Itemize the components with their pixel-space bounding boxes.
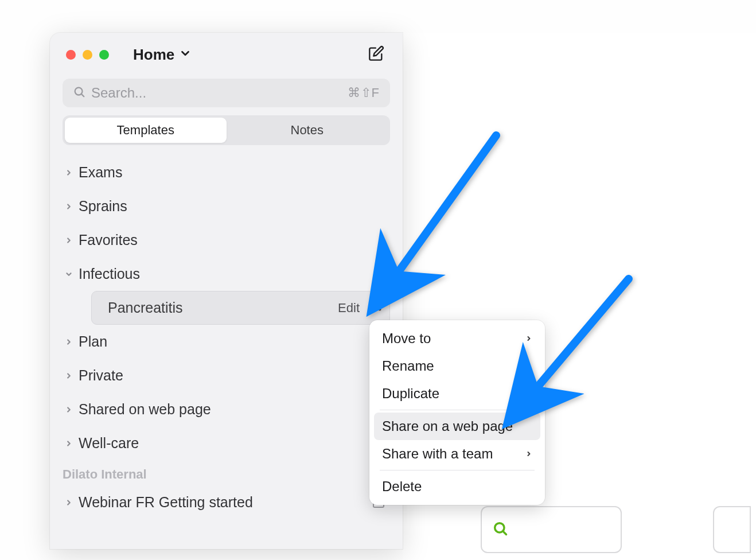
menu-item-label: Share on a web page <box>382 418 513 434</box>
chevron-right-icon <box>525 446 532 462</box>
tree-item-label: Private <box>79 367 123 384</box>
tree-item-sprains[interactable]: Sprains <box>63 189 390 223</box>
tab-bar: Templates Notes <box>63 115 390 145</box>
minimize-window-button[interactable] <box>83 50 92 60</box>
tree-item-label: Well-care <box>79 435 139 452</box>
search-bar[interactable]: ⌘⇧F <box>63 79 390 107</box>
chevron-right-icon <box>63 203 75 211</box>
menu-item-label: Duplicate <box>382 386 439 402</box>
tree-item-favorites[interactable]: Favorites <box>63 223 390 257</box>
chevron-right-icon <box>63 499 75 507</box>
title-dropdown[interactable]: Home <box>133 46 192 64</box>
edit-button[interactable]: Edit <box>338 301 360 316</box>
search-icon <box>73 85 85 100</box>
chevron-right-icon <box>63 406 75 414</box>
tree-item-private[interactable]: Private <box>63 359 390 392</box>
tree-item-shared-on-web[interactable]: Shared on web page <box>63 392 390 426</box>
search-shortcut: ⌘⇧F <box>348 85 380 100</box>
tree-item-label: Infectious <box>79 266 140 282</box>
maximize-window-button[interactable] <box>99 50 109 60</box>
svg-line-1 <box>81 94 84 96</box>
svg-line-6 <box>517 279 629 411</box>
tree-item-pancreatitis[interactable]: Pancreatitis Edit <box>91 291 390 325</box>
tree-item-label: Exams <box>79 164 122 181</box>
window-controls <box>66 50 109 60</box>
tree-item-label: Shared on web page <box>79 401 211 418</box>
tree-item-label: Sprains <box>79 198 127 215</box>
chevron-right-icon <box>63 338 75 346</box>
annotation-arrow-2 <box>504 274 636 426</box>
menu-item-share-team[interactable]: Share with a team <box>374 440 540 468</box>
tab-notes[interactable]: Notes <box>227 118 388 143</box>
bottom-search-box[interactable] <box>481 506 622 553</box>
tab-templates[interactable]: Templates <box>65 118 227 143</box>
menu-item-label: Rename <box>382 358 434 374</box>
chevron-right-icon <box>63 236 75 244</box>
menu-item-label: Move to <box>382 330 431 347</box>
tree-item-label: Pancreatitis <box>108 300 183 316</box>
menu-divider <box>380 470 535 470</box>
tree-item-exams[interactable]: Exams <box>63 155 390 189</box>
chevron-down-icon <box>179 47 192 62</box>
chevron-right-icon <box>63 169 75 177</box>
chevron-down-icon <box>63 270 75 278</box>
tree-view: Exams Sprains Favorites Infectious Pancr… <box>50 155 403 519</box>
sidebar-window: Home ⌘⇧F Templates Notes <box>50 33 403 549</box>
search-input[interactable] <box>91 85 348 101</box>
tree-item-well-care[interactable]: Well-care <box>63 426 390 460</box>
tab-label: Templates <box>117 123 174 138</box>
search-icon <box>492 520 508 539</box>
tree-item-label: Favorites <box>79 232 138 248</box>
menu-item-label: Delete <box>382 479 422 495</box>
chevron-right-icon <box>63 440 75 448</box>
svg-line-8 <box>503 531 506 534</box>
tab-label: Notes <box>291 123 324 138</box>
close-window-button[interactable] <box>66 50 76 60</box>
tree-item-label: Plan <box>79 333 107 350</box>
section-header-dilato: Dilato Internal <box>63 460 390 485</box>
chevron-right-icon <box>63 372 75 380</box>
bottom-box-right[interactable] <box>713 506 751 553</box>
compose-icon[interactable] <box>368 45 384 64</box>
menu-item-label: Share with a team <box>382 446 493 462</box>
page-title: Home <box>133 46 174 64</box>
annotation-arrow-1 <box>369 131 501 311</box>
menu-item-delete[interactable]: Delete <box>374 473 540 500</box>
tree-item-infectious[interactable]: Infectious <box>63 257 390 291</box>
tree-item-plan[interactable]: Plan <box>63 325 390 359</box>
titlebar: Home <box>50 33 403 73</box>
tree-item-webinar-fr[interactable]: Webinar FR Getting started <box>63 485 390 519</box>
svg-line-5 <box>380 135 496 297</box>
tree-item-label: Webinar FR Getting started <box>79 494 253 511</box>
